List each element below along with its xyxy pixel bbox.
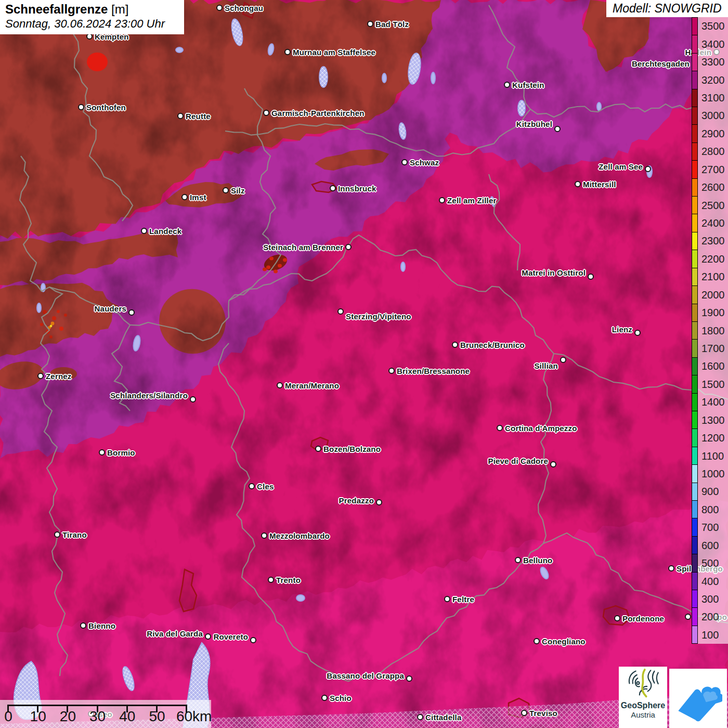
city-label: Mittersill (583, 180, 616, 189)
city-marker-dot (321, 695, 328, 701)
colorbar-segment-1800 (692, 322, 697, 340)
city-marker-dot (223, 187, 229, 193)
snowgrid-weather-map: SchongauBad TölzKemptenMurnau am Staffel… (0, 0, 728, 728)
city-markers-layer: SchongauBad TölzKemptenMurnau am Staffel… (0, 0, 728, 728)
city-marker-dot (588, 274, 594, 280)
colorbar-tick-label: 3300 (701, 56, 725, 68)
city-label: Treviso (529, 709, 557, 718)
city-label: Bad Tölz (375, 20, 409, 29)
city-label: Kitzbühel (516, 120, 552, 128)
city-label: Garmisch-Partenkirchen (271, 109, 365, 118)
city-marker-dot (614, 615, 620, 621)
city-label: Feltre (452, 595, 474, 604)
city-label: Belluno (523, 556, 552, 565)
city-marker-dot (388, 368, 395, 374)
title-unit: [m] (111, 2, 128, 16)
city-label: Kufstein (512, 81, 544, 89)
geosphere-country: Austria (631, 710, 655, 719)
city-label: Innsbruck (338, 184, 376, 193)
colorbar-segment-2200 (692, 250, 697, 268)
colorbar-segment-300 (692, 590, 697, 608)
city-label: Bruneck/Brunico (460, 341, 525, 349)
colorbar-segment-100 (692, 626, 697, 643)
city-marker-dot (205, 633, 211, 640)
colorbar-tick-label: 600 (701, 539, 719, 551)
city-label: Lienz (612, 325, 632, 334)
city-label: Zell am Ziller (447, 196, 497, 205)
page-title: Schneefallgrenze [m] (5, 2, 177, 17)
city-label: Imst (190, 193, 206, 202)
colorbar-tick-label: 1100 (701, 450, 724, 462)
mountain-cloud-icon (674, 674, 722, 722)
city-label: Sonthofen (86, 103, 126, 112)
city-marker-dot (439, 197, 445, 203)
scalebar-label: 30 (89, 708, 106, 725)
colorbar-segment-3400 (692, 35, 697, 53)
city-marker-dot (534, 638, 540, 644)
valid-time: Sonntag, 30.06.2024 23:00 Uhr (5, 17, 177, 31)
city-label: Zell am See (599, 162, 643, 171)
city-label: Schlanders/Silandro (110, 391, 188, 400)
city-marker-dot (284, 49, 291, 55)
colorbar-tick-label: 1400 (701, 396, 725, 408)
city-label: Matrei in Osttirol (522, 268, 586, 277)
colorbar-tick-label: 1500 (701, 378, 725, 390)
colorbar-segment-1200 (692, 429, 697, 447)
city-marker-dot (452, 342, 458, 348)
colorbar-segment-500 (692, 554, 697, 572)
city-label: Schio (330, 694, 352, 703)
city-marker-dot (668, 565, 674, 571)
city-label: Nauders (95, 304, 126, 313)
colorbar-tick-label: 2700 (701, 163, 725, 175)
scalebar-label: 0 (4, 708, 12, 725)
colorbar-segment-3100 (692, 89, 697, 107)
colorbar-segment-3200 (692, 71, 697, 89)
colorbar-tick-label: 100 (701, 629, 719, 641)
city-label: Bassano del Grappa (327, 671, 404, 680)
city-label: Steinach am Brenner (263, 243, 343, 252)
scalebar-label: 20 (60, 708, 76, 725)
colorbar-tick-label: 400 (701, 575, 719, 587)
city-marker-dot (575, 181, 581, 187)
colorbar-tick-label: 2600 (701, 181, 725, 193)
city-label: Mezzolombardo (269, 531, 330, 540)
city-label: Pordenone (622, 614, 664, 623)
city-marker-dot (685, 614, 691, 620)
city-marker-dot (554, 126, 561, 132)
colorbar-tick-label: 700 (701, 522, 719, 534)
city-label: Murnau am Staffelsee (293, 48, 375, 57)
colorbar-segment-1000 (692, 465, 697, 483)
city-marker-dot (263, 110, 269, 116)
city-marker-dot (337, 308, 344, 315)
colorbar-tick-label: 2300 (701, 235, 725, 247)
city-marker-dot (54, 531, 60, 538)
colorbar-segment-2600 (692, 179, 697, 197)
city-marker-dot (99, 449, 105, 456)
partner-logo (669, 669, 727, 728)
colorbar-segment-3300 (692, 54, 697, 71)
colorbar-segment-700 (692, 518, 697, 536)
city-marker-dot (401, 159, 408, 165)
city-label: Rovereto (213, 632, 248, 641)
map-title-box: Schneefallgrenze [m] Sonntag, 30.06.2024… (0, 0, 184, 34)
colorbar-segment-2800 (692, 143, 697, 161)
city-label: Bormio (107, 448, 135, 457)
city-label: Silz (231, 186, 245, 195)
model-label-box: Modell: SNOWGRID (606, 0, 728, 17)
city-marker-dot (345, 244, 352, 250)
colorbar-tick-label: 3000 (701, 110, 725, 122)
city-marker-dot (645, 166, 651, 172)
colorbar-tick-label: 3500 (701, 20, 725, 32)
city-label: Schwaz (410, 158, 439, 167)
city-label: Sterzing/Vipiteno (346, 312, 411, 321)
colorbar-segment-1500 (692, 375, 697, 393)
colorbar-segment-900 (692, 483, 697, 501)
city-label: Conegliano (542, 637, 586, 646)
city-marker-dot (315, 446, 321, 452)
geosphere-logo: GeoSphere Austria (619, 667, 667, 728)
city-marker-dot (497, 425, 503, 431)
city-label: Cles (257, 482, 274, 491)
city-marker-dot (444, 596, 450, 602)
colorbar-segment-2400 (692, 214, 697, 232)
city-marker-dot (504, 82, 510, 88)
